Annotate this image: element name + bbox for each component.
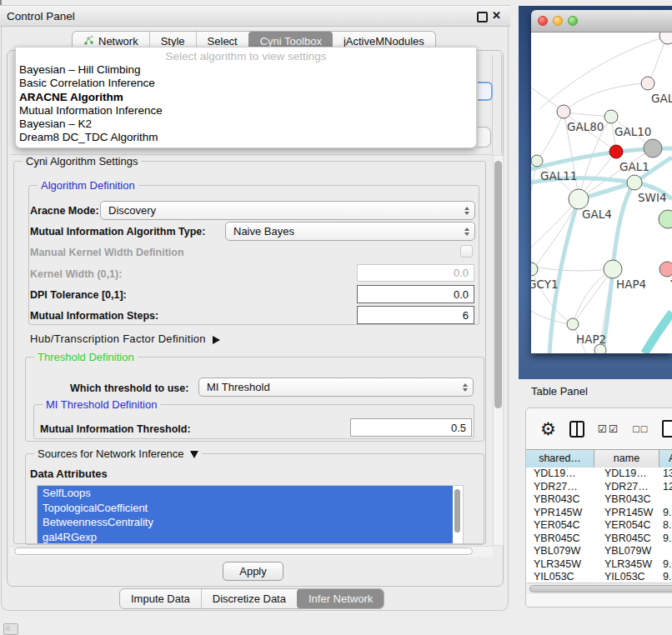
algorithm-option-aracne-algorithm[interactable]: ARACNE Algorithm	[16, 91, 476, 104]
table-icon[interactable]	[662, 420, 672, 438]
manual-kernel-label: Manual Kernel Width Definition	[30, 247, 184, 258]
control-panel-titlebar: Control Panel	[0, 5, 510, 27]
tab-infer-network[interactable]: Infer Network	[297, 589, 384, 608]
tab-label: Infer Network	[308, 592, 373, 605]
column-header-name[interactable]: name	[594, 450, 659, 468]
scrollbar-thumb[interactable]	[14, 548, 473, 555]
settings-horizontal-scrollbar[interactable]	[10, 546, 493, 557]
attribute-option-selfloops[interactable]: SelfLoops	[38, 486, 453, 501]
cell: YBR045C	[594, 532, 659, 546]
mi-type-select[interactable]: Naive Bayes	[225, 222, 475, 241]
apply-button[interactable]: Apply	[223, 562, 283, 581]
algorithm-option-bayesian-k2[interactable]: Bayesian – K2	[16, 118, 476, 131]
float-panel-icon[interactable]	[477, 12, 488, 22]
tab-discretize-data[interactable]: Discretize Data	[201, 589, 297, 608]
gear-icon[interactable]	[540, 422, 556, 437]
tab-label: Discretize Data	[213, 592, 286, 605]
tab-impute-data[interactable]: Impute Data	[120, 589, 201, 608]
minimize-window-icon[interactable]	[553, 16, 563, 26]
cell: YBR043C	[526, 493, 594, 507]
node-label-gal4: GAL4	[582, 208, 612, 221]
table-row[interactable]: YDR27…YDR27…12	[526, 481, 672, 494]
hub-definition-toggle[interactable]: Hub/Transcription Factor Definition	[30, 332, 220, 345]
mi-threshold-field[interactable]	[350, 418, 472, 437]
network-node-gal80[interactable]	[557, 105, 570, 118]
network-node-hap2[interactable]	[567, 318, 579, 330]
manual-kernel-checkbox[interactable]	[460, 245, 473, 258]
table-row[interactable]: YBL079WYBL079W	[526, 545, 672, 558]
which-threshold-select[interactable]: MI Threshold	[198, 378, 474, 397]
algorithm-option-bayesian-hill-climbing[interactable]: Bayesian – Hill Climbing	[16, 63, 476, 77]
network-canvas[interactable]: GALGAL80GAL10GAL1GAL11SWI4GAL4GCY1HAP4YH…	[531, 32, 672, 353]
algorithm-option-mutual-information-inference[interactable]: Mutual Information Inference	[16, 104, 476, 118]
aracne-mode-select[interactable]: Discovery	[100, 201, 475, 220]
network-node-swi4[interactable]	[627, 175, 642, 190]
combo-arrows-icon	[458, 383, 473, 392]
columns-icon[interactable]	[569, 421, 584, 438]
minimized-panel-icon[interactable]	[3, 623, 18, 635]
cell: YLR345W	[526, 558, 594, 572]
table-row[interactable]: YPR145WYPR145W9.	[526, 507, 672, 520]
network-node-gal1[interactable]	[609, 145, 623, 158]
which-threshold-value: MI Threshold	[199, 381, 458, 393]
kernel-width-field[interactable]	[357, 264, 474, 282]
combo-fragment[interactable]	[478, 127, 491, 148]
mi-threshold-label: Mutual Information Threshold:	[40, 423, 191, 435]
dpi-tolerance-label: DPI Tolerance [0,1]:	[30, 289, 127, 301]
network-node[interactable]	[659, 210, 672, 228]
deselect-all-icon[interactable]	[633, 423, 649, 435]
table-row[interactable]: YDL19…YDL19…13	[526, 468, 672, 481]
cell	[659, 493, 672, 507]
close-panel-icon[interactable]	[492, 9, 501, 22]
network-node-gal4[interactable]	[569, 189, 589, 209]
select-all-icon[interactable]	[598, 422, 619, 435]
mi-steps-field[interactable]	[357, 306, 474, 324]
aracne-mode-label: Aracne Mode:	[30, 205, 99, 217]
algorithm-option-dream8-dc-tdc-algorithm[interactable]: Dream8 DC_TDC Algorithm	[16, 131, 476, 144]
group-title: Threshold Definition	[34, 351, 138, 363]
network-node-gal10[interactable]	[604, 110, 618, 123]
table-row[interactable]: YLR345WYLR345W9.	[526, 558, 672, 572]
network-node-gal11[interactable]	[531, 155, 543, 167]
node-label-gal11: GAL11	[540, 169, 577, 182]
combo-arrows-icon	[459, 228, 474, 236]
cell: YPR145W	[526, 507, 594, 520]
column-header-shared[interactable]: shared…	[526, 450, 594, 468]
list-scrollbar[interactable]	[454, 489, 460, 532]
algorithm-popup: Select algorithm to view settings Bayesi…	[15, 47, 477, 148]
table-horizontal-scrollbar[interactable]	[527, 582, 672, 594]
tab-label: Select	[208, 35, 238, 48]
attribute-option-betweennesscentrality[interactable]: BetweennessCentrality	[38, 515, 453, 530]
focused-combo-fragment[interactable]	[478, 82, 493, 101]
column-header-a[interactable]: A	[659, 450, 672, 468]
cell: YDL19…	[526, 468, 594, 481]
sources-title: Sources for Network Inference	[38, 448, 184, 460]
scrollbar-thumb[interactable]	[529, 585, 672, 592]
divider	[492, 55, 493, 153]
table-row[interactable]: YER054CYER054C8.	[526, 519, 672, 532]
network-node-gal[interactable]	[641, 77, 654, 90]
scrollbar-thumb[interactable]	[494, 161, 502, 408]
table-row[interactable]: YBR043CYBR043C	[526, 493, 672, 507]
attribute-option-topologicalcoefficient[interactable]: TopologicalCoefficient	[38, 501, 453, 516]
network-window-titlebar[interactable]	[531, 10, 672, 32]
node-label-hap2: HAP2	[576, 332, 606, 346]
network-node-y[interactable]	[659, 262, 672, 277]
network-node[interactable]	[659, 32, 672, 44]
table-row[interactable]: YBR045CYBR045C9.	[526, 532, 672, 546]
algorithm-option-basic-correlation-inference[interactable]: Basic Correlation Inference	[16, 77, 476, 90]
cell: YBR045C	[526, 532, 594, 546]
data-attributes-list: SelfLoopsTopologicalCoefficientBetweenne…	[37, 485, 464, 544]
dpi-tolerance-field[interactable]	[357, 285, 474, 303]
cell: 12	[659, 481, 672, 494]
network-node[interactable]	[644, 139, 662, 158]
network-window: GALGAL80GAL10GAL1GAL11SWI4GAL4GCY1HAP4YH…	[531, 10, 672, 353]
sources-toggle[interactable]: Sources for Network Inference	[34, 448, 202, 460]
settings-vertical-scrollbar[interactable]	[493, 155, 504, 546]
attribute-option-gal4rgexp[interactable]: gal4RGexp	[38, 530, 453, 545]
close-window-icon[interactable]	[538, 16, 548, 26]
zoom-window-icon[interactable]	[568, 16, 578, 26]
network-node-hap4[interactable]	[604, 260, 622, 278]
cell: YIL053C	[526, 571, 594, 582]
table-row[interactable]: YIL053CYIL053C9.	[526, 571, 672, 582]
